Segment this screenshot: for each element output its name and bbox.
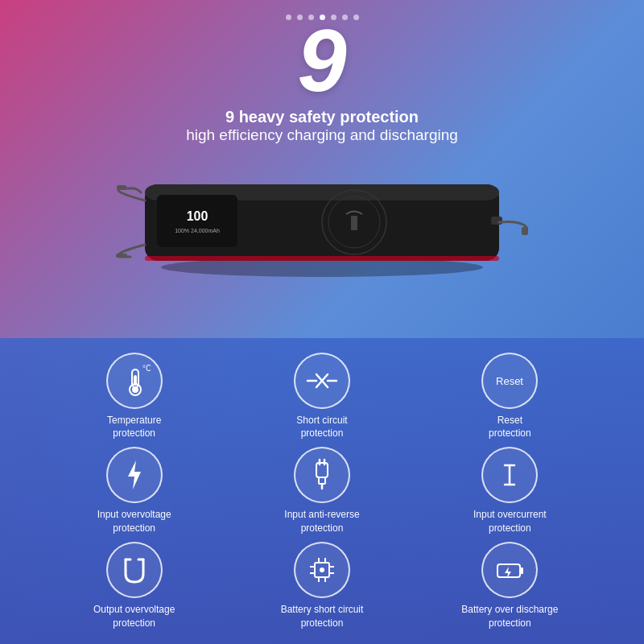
- temperature-icon-circle: °C: [106, 353, 163, 409]
- page: 9 9 heavy safety protection high efficie…: [0, 0, 644, 644]
- protection-output-overvoltage: Output overvoltageprotection: [48, 542, 220, 630]
- svg-rect-13: [145, 256, 499, 261]
- dot-1: [286, 14, 291, 20]
- svg-rect-8: [351, 216, 357, 230]
- output-overvoltage-label: Output overvoltageprotection: [93, 603, 175, 630]
- svg-rect-11: [116, 254, 127, 258]
- dot-7: [353, 14, 359, 20]
- short-circuit-icon-circle: [294, 353, 350, 409]
- svg-marker-47: [505, 567, 511, 578]
- protection-short-circuit: Short circuitprotection: [236, 353, 407, 441]
- anti-reverse-label: Input anti-reverseprotection: [284, 508, 359, 535]
- protection-overcurrent: Input overcurrentprotection: [424, 447, 596, 535]
- battery-short-icon-circle: [294, 542, 350, 598]
- protection-grid: °C Temperatureprotection: [48, 353, 596, 630]
- svg-point-44: [320, 568, 324, 572]
- svg-text:100% 24,000mAh: 100% 24,000mAh: [175, 228, 220, 233]
- battery-short-label: Battery short circuitprotection: [281, 603, 364, 630]
- svg-rect-46: [520, 568, 523, 574]
- svg-rect-25: [316, 463, 328, 477]
- battery-discharge-label: Battery over dischargeprotection: [461, 603, 558, 630]
- anti-reverse-icon-circle: [294, 447, 350, 503]
- input-overvoltage-label: Input overvoltageprotection: [97, 508, 171, 535]
- overcurrent-icon-circle: [481, 447, 538, 503]
- protection-temperature: °C Temperatureprotection: [48, 353, 220, 441]
- temperature-label: Temperatureprotection: [107, 414, 161, 441]
- top-section: 9 9 heavy safety protection high efficie…: [0, 0, 644, 338]
- subtitle-line1: 9 heavy safety protection: [186, 108, 458, 126]
- reset-label: Resetprotection: [489, 414, 531, 441]
- battery-discharge-icon-circle: [481, 542, 538, 598]
- protection-reset: Reset Resetprotection: [424, 353, 596, 441]
- input-overvoltage-icon-circle: [106, 447, 163, 503]
- svg-point-18: [132, 386, 138, 393]
- powerbank-image: 100 100% 24,000mAh: [0, 152, 644, 281]
- bottom-section: °C Temperatureprotection: [0, 338, 644, 644]
- protection-input-overvoltage: Input overvoltageprotection: [48, 447, 220, 535]
- subtitle: 9 heavy safety protection high efficienc…: [186, 108, 458, 144]
- protection-battery-discharge: Battery over dischargeprotection: [424, 542, 596, 630]
- reset-icon-circle: Reset: [481, 353, 538, 409]
- svg-text:Reset: Reset: [496, 375, 523, 387]
- svg-marker-24: [128, 460, 141, 489]
- protection-anti-reverse: Input anti-reverseprotection: [236, 447, 407, 535]
- overcurrent-label: Input overcurrentprotection: [473, 508, 547, 535]
- svg-text:°C: °C: [142, 364, 151, 373]
- output-overvoltage-icon-circle: [106, 542, 163, 598]
- protection-battery-short: Battery short circuitprotection: [236, 542, 407, 630]
- svg-text:100: 100: [187, 209, 208, 223]
- svg-rect-12: [522, 227, 528, 235]
- svg-rect-10: [117, 185, 126, 190]
- hero-number: 9: [297, 16, 346, 105]
- short-circuit-label: Short circuitprotection: [296, 414, 347, 441]
- svg-rect-9: [491, 217, 502, 225]
- subtitle-line2: high efficiency charging and discharging: [186, 126, 458, 144]
